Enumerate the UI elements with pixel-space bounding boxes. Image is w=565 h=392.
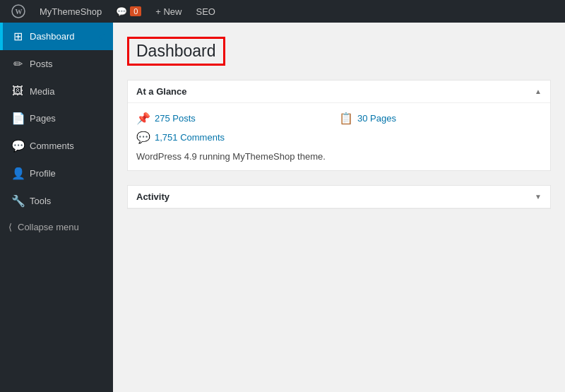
main-content: Dashboard At a Glance ▲ 📌 275 Posts 📋 30… [113,23,565,392]
seo-label: SEO [196,6,215,17]
site-name-label: MyThemeShop [40,6,102,17]
svg-text:W: W [16,8,23,16]
at-a-glance-header[interactable]: At a Glance ▲ [128,81,550,103]
at-a-glance-widget: At a Glance ▲ 📌 275 Posts 📋 30 Pages 💬 [127,80,551,171]
profile-icon: 👤 [11,167,24,180]
comments-stat-label: 1,751 Comments [155,132,225,143]
activity-widget: Activity ▼ [127,185,551,209]
collapse-menu-button[interactable]: ⟨ Collapse menu [0,215,113,239]
tools-icon: 🔧 [11,194,24,208]
comment-icon: 💬 [116,6,127,17]
new-content-label: + New [155,6,182,17]
page-title: Dashboard [127,37,225,66]
at-a-glance-body: 📌 275 Posts 📋 30 Pages 💬 1,751 Comments … [128,103,550,170]
seo-button[interactable]: SEO [191,0,221,23]
comments-stat-icon: 💬 [136,131,150,144]
comments-stat[interactable]: 💬 1,751 Comments [136,131,339,144]
posts-icon: ✏ [11,57,24,71]
new-content-button[interactable]: + New [150,0,187,23]
sidebar-item-dashboard[interactable]: ⊞ Dashboard ◀ [0,23,113,50]
sidebar-label-pages: Pages [30,113,56,124]
dashboard-icon: ⊞ [11,30,24,43]
pages-stat[interactable]: 📋 30 Pages [339,112,542,125]
sidebar-item-posts[interactable]: ✏ Posts [0,50,113,78]
site-name-button[interactable]: MyThemeShop [34,0,107,23]
sidebar: ⊞ Dashboard ◀ ✏ Posts 🖼 Media 📄 Pages 💬 … [0,23,113,392]
sidebar-label-dashboard: Dashboard [30,31,75,42]
comments-count: 0 [130,6,141,16]
active-arrow: ◀ [98,32,105,42]
at-a-glance-stats: 📌 275 Posts 📋 30 Pages 💬 1,751 Comments [136,112,542,144]
at-a-glance-description-text: WordPress 4.9 running MyThemeShop theme. [136,151,326,162]
collapse-icon: ⟨ [8,222,12,232]
sidebar-item-pages[interactable]: 📄 Pages [0,105,113,132]
sidebar-item-profile[interactable]: 👤 Profile [0,160,113,187]
at-a-glance-title: At a Glance [136,86,187,97]
posts-stat[interactable]: 📌 275 Posts [136,112,339,125]
activity-header[interactable]: Activity ▼ [128,186,550,208]
comments-button[interactable]: 💬 0 [110,0,147,23]
sidebar-label-comments: Comments [30,141,74,151]
posts-stat-label: 275 Posts [155,113,196,124]
collapse-menu-label: Collapse menu [18,222,79,232]
sidebar-item-comments[interactable]: 💬 Comments [0,132,113,160]
pages-icon: 📄 [11,112,24,125]
sidebar-label-tools: Tools [30,196,51,206]
sidebar-label-profile: Profile [30,168,56,179]
pages-stat-label: 30 Pages [357,113,396,124]
sidebar-item-media[interactable]: 🖼 Media [0,78,113,105]
comments-icon: 💬 [11,139,24,153]
pages-stat-icon: 📋 [339,112,353,125]
sidebar-label-posts: Posts [30,59,53,69]
at-a-glance-collapse-icon: ▲ [535,88,542,95]
activity-title: Activity [136,191,170,202]
wp-logo-button[interactable]: W [6,0,31,23]
admin-bar: W MyThemeShop 💬 0 + New SEO [0,0,565,23]
media-icon: 🖼 [11,85,24,97]
posts-stat-icon: 📌 [136,112,150,125]
activity-collapse-icon: ▼ [535,193,542,201]
sidebar-item-tools[interactable]: 🔧 Tools [0,187,113,215]
at-a-glance-description: WordPress 4.9 running MyThemeShop theme. [136,151,542,162]
sidebar-label-media: Media [30,86,54,97]
